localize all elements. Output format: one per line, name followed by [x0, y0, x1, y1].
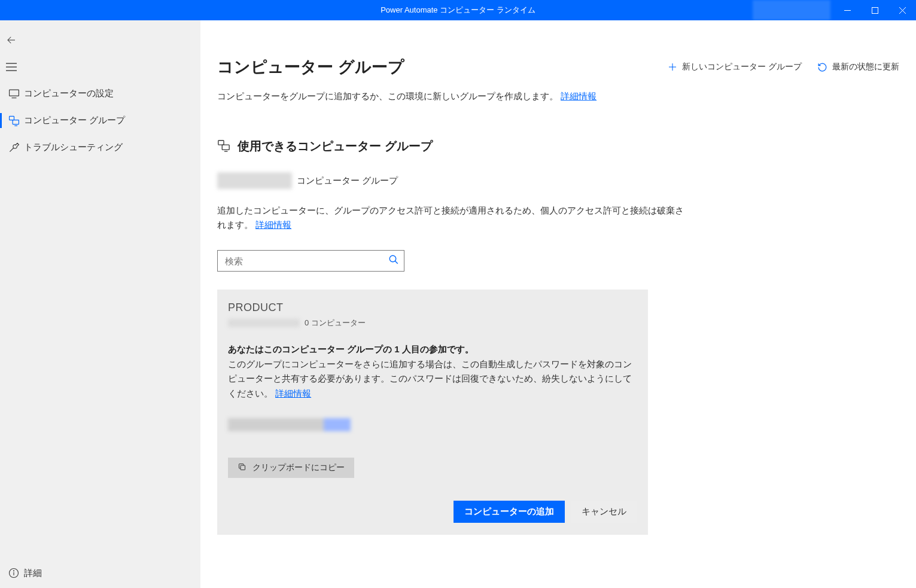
group-label: コンピューター グループ	[297, 175, 398, 187]
maximize-button[interactable]	[861, 0, 888, 20]
card-message-heading: あなたはこのコンピューター グループの 1 人目の参加です。	[228, 342, 637, 357]
sidebar-item-label: コンピューターの設定	[24, 88, 114, 99]
card-message-body: このグループにコンピューターをさらに追加する場合は、この自動生成したパスワードを…	[228, 357, 637, 401]
plus-icon	[668, 62, 677, 72]
redacted-text	[228, 319, 300, 327]
close-button[interactable]	[888, 0, 916, 20]
svg-point-21	[389, 255, 396, 262]
learn-more-link[interactable]: 詳細情報	[275, 388, 311, 398]
sidebar-footer-label: 詳細	[24, 568, 42, 579]
refresh-label: 最新の状態に更新	[832, 62, 899, 72]
search-box[interactable]	[217, 250, 404, 272]
svg-rect-19	[222, 145, 229, 150]
search-input[interactable]	[225, 256, 388, 266]
wrench-icon	[8, 142, 24, 153]
hamburger-button[interactable]	[0, 53, 200, 80]
info-icon	[8, 568, 24, 578]
group-card: PRODUCT 0 コンピューター あなたはこのコンピューター グループの 1 …	[217, 290, 648, 535]
sidebar: コンピューターの設定 コンピューター グループ トラブルシューティング 詳細	[0, 20, 200, 588]
arrow-left-icon	[6, 35, 22, 45]
section-title: 使用できるコンピューター グループ	[238, 138, 433, 154]
svg-line-22	[395, 261, 398, 264]
back-button[interactable]	[0, 26, 200, 53]
svg-rect-1	[872, 7, 878, 13]
svg-rect-8	[10, 90, 19, 96]
computer-count: 0 コンピューター	[305, 318, 366, 328]
sidebar-item-settings[interactable]: コンピューターの設定	[0, 80, 200, 107]
add-computer-button[interactable]: コンピューターの追加	[454, 501, 565, 523]
copy-clipboard-button[interactable]: クリップボードにコピー	[228, 458, 354, 478]
sidebar-item-groups[interactable]: コンピューター グループ	[0, 107, 200, 134]
content: コンピューター グループ 新しいコンピューター グループ 最新の状態に更新 コン…	[200, 20, 916, 588]
titlebar-controls	[753, 0, 916, 20]
svg-point-15	[14, 571, 14, 571]
user-badge[interactable]	[753, 0, 830, 20]
sidebar-item-label: トラブルシューティング	[24, 142, 123, 153]
svg-rect-23	[241, 465, 245, 470]
computer-group-icon	[217, 139, 230, 154]
hamburger-icon	[6, 62, 22, 72]
sidebar-footer-details[interactable]: 詳細	[0, 558, 200, 588]
redacted-text	[217, 172, 292, 189]
page-title: コンピューター グループ	[217, 56, 404, 78]
sidebar-item-label: コンピューター グループ	[24, 115, 125, 126]
new-group-label: 新しいコンピューター グループ	[682, 62, 802, 72]
page-description: コンピューターをグループに追加するか、この環境に新しいグループを作成します。 詳…	[217, 91, 899, 102]
svg-rect-11	[13, 120, 19, 124]
section-description: 追加したコンピューターに、グループのアクセス許可と接続が適用されるため、個人のア…	[217, 203, 684, 232]
sidebar-item-troubleshoot[interactable]: トラブルシューティング	[0, 134, 200, 161]
cancel-button[interactable]: キャンセル	[571, 501, 637, 523]
monitor-icon	[8, 88, 24, 99]
titlebar: Power Automate コンピューター ランタイム	[0, 0, 916, 20]
password-redacted	[228, 418, 351, 431]
svg-rect-10	[10, 116, 14, 120]
copy-label: クリップボードにコピー	[252, 462, 345, 473]
copy-icon	[238, 462, 247, 473]
minimize-button[interactable]	[833, 0, 861, 20]
svg-rect-18	[218, 140, 224, 144]
refresh-icon	[817, 62, 827, 72]
learn-more-link[interactable]: 詳細情報	[561, 91, 597, 101]
computer-group-icon	[8, 115, 24, 126]
window-title: Power Automate コンピューター ランタイム	[381, 5, 535, 16]
new-group-button[interactable]: 新しいコンピューター グループ	[668, 62, 802, 72]
learn-more-link[interactable]: 詳細情報	[255, 220, 291, 230]
card-title: PRODUCT	[228, 301, 637, 314]
search-icon[interactable]	[388, 254, 399, 267]
refresh-button[interactable]: 最新の状態に更新	[817, 62, 899, 72]
